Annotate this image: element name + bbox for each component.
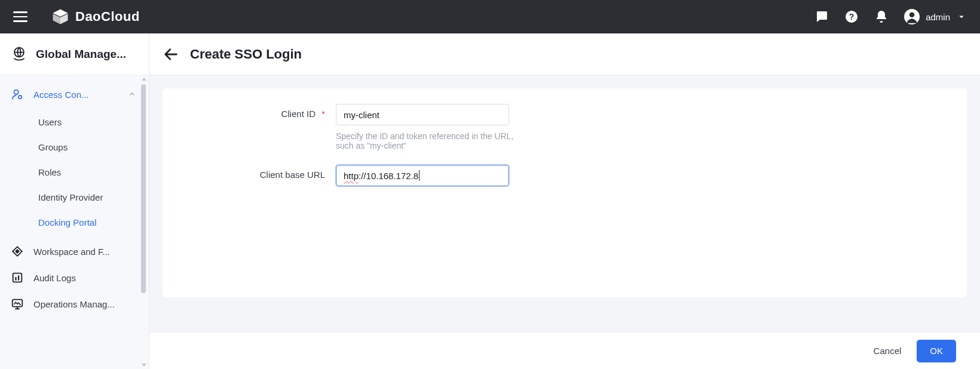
form-card: Client ID * Specify the ID and token ref… <box>163 88 967 297</box>
form-row-client-base-url: Client base URL http://10.168.172.8 <box>186 165 943 186</box>
sidebar-sub-label: Groups <box>38 142 68 152</box>
brand[interactable]: DaoCloud <box>51 8 140 26</box>
client-id-input[interactable] <box>336 104 509 125</box>
required-marker: * <box>321 109 325 119</box>
sidebar-item-groups[interactable]: Groups <box>0 134 149 159</box>
sidebar-item-label: Audit Logs <box>33 273 76 283</box>
svg-point-6 <box>909 12 915 17</box>
user-name: admin <box>926 12 950 22</box>
globe-icon <box>11 46 27 63</box>
sidebar-item-identity-provider[interactable]: Identity Provider <box>0 184 149 210</box>
svg-rect-15 <box>13 300 23 307</box>
sidebar-nav: Access Con... Users Groups Roles Identit… <box>0 75 149 369</box>
avatar-icon <box>904 9 920 24</box>
svg-text:?: ? <box>849 12 855 21</box>
sidebar-item-label: Access Con... <box>33 90 89 100</box>
diamond-icon <box>11 245 24 258</box>
chevron-down-icon <box>956 11 967 22</box>
sidebar-sub-label: Identity Provider <box>38 192 103 202</box>
sidebar-item-operations[interactable]: Operations Manag... <box>0 291 149 317</box>
bell-icon[interactable] <box>874 10 889 24</box>
sidebar-item-docking-portal[interactable]: Docking Portal <box>0 210 149 235</box>
main: Create SSO Login Client ID * Specify the… <box>149 33 980 369</box>
svg-rect-13 <box>15 277 16 281</box>
svg-point-8 <box>14 90 19 94</box>
help-icon[interactable]: ? <box>844 10 859 24</box>
menu-icon[interactable] <box>13 10 27 24</box>
messages-icon[interactable] <box>814 10 829 24</box>
sidebar-sub-label: Docking Portal <box>38 217 97 227</box>
user-settings-icon <box>11 88 24 101</box>
ok-button[interactable]: OK <box>917 340 956 362</box>
sidebar-item-workspace[interactable]: Workspace and F... <box>0 238 149 265</box>
text-caret <box>419 170 419 181</box>
chevron-up-icon <box>127 90 137 99</box>
sidebar-title: Global Manage... <box>36 48 126 61</box>
sidebar: Global Manage... Access Con... Users Gro… <box>0 33 149 369</box>
sidebar-scrollbar[interactable] <box>140 75 149 369</box>
cancel-button[interactable]: Cancel <box>874 346 902 356</box>
client-base-url-value-rest: ://10.168.172.8 <box>359 171 418 181</box>
client-base-url-input[interactable]: http://10.168.172.8 <box>336 165 509 186</box>
form-row-client-id: Client ID * Specify the ID and token ref… <box>186 104 943 150</box>
client-id-label: Client ID <box>281 109 316 119</box>
sidebar-item-users[interactable]: Users <box>0 109 149 134</box>
sidebar-item-label: Workspace and F... <box>33 247 110 257</box>
client-id-hint: Specify the ID and token referenced in t… <box>336 131 515 150</box>
sidebar-sub-label: Users <box>38 117 62 127</box>
svg-rect-11 <box>15 249 20 254</box>
sidebar-submenu: Users Groups Roles Identity Provider Doc… <box>0 107 149 238</box>
svg-rect-12 <box>13 273 22 282</box>
sidebar-sub-label: Roles <box>38 167 61 177</box>
top-bar: DaoCloud ? admin <box>0 0 980 33</box>
audit-icon <box>11 271 24 284</box>
client-base-url-label: Client base URL <box>260 170 325 180</box>
logo-icon <box>51 8 69 26</box>
brand-label: DaoCloud <box>75 9 140 24</box>
monitor-icon <box>11 297 24 310</box>
sidebar-item-roles[interactable]: Roles <box>0 159 149 184</box>
user-menu[interactable]: admin <box>904 9 967 24</box>
client-base-url-value-prefix: http <box>344 171 359 181</box>
back-arrow-icon[interactable] <box>163 46 179 63</box>
sidebar-item-access-control[interactable]: Access Con... <box>0 81 149 107</box>
topbar-actions: ? admin <box>814 9 967 24</box>
page-title: Create SSO Login <box>190 47 302 62</box>
content-area: Client ID * Specify the ID and token ref… <box>149 75 980 332</box>
svg-rect-14 <box>18 275 19 280</box>
form-footer: Cancel OK <box>149 332 980 369</box>
sidebar-item-audit-logs[interactable]: Audit Logs <box>0 265 149 291</box>
sidebar-header[interactable]: Global Manage... <box>0 33 149 75</box>
sidebar-item-label: Operations Manag... <box>33 299 115 309</box>
page-header: Create SSO Login <box>149 33 980 75</box>
